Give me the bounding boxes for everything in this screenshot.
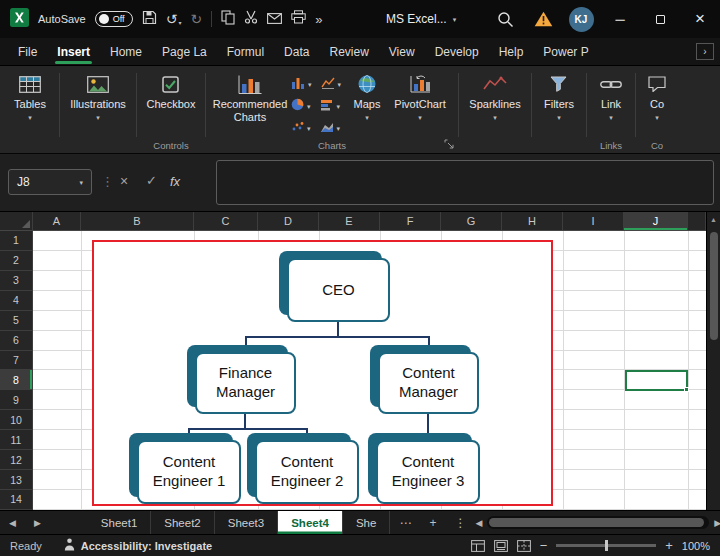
comments-button[interactable]: Co ▾ [644, 66, 670, 123]
mail-icon[interactable] [267, 10, 282, 28]
name-box[interactable]: J8 ▾ [8, 169, 92, 195]
zoom-level[interactable]: 100% [682, 540, 710, 552]
bar-chart-button[interactable]: ▾ [320, 97, 341, 115]
sheet-tab-sheet4[interactable]: Sheet4 [278, 511, 343, 534]
warning-icon[interactable] [524, 0, 562, 38]
tab-view[interactable]: View [379, 40, 425, 64]
filters-button[interactable]: Filters ▾ [540, 66, 578, 123]
illustrations-button[interactable]: Illustrations ▾ [66, 66, 130, 123]
scroll-up-icon[interactable]: ▲ [707, 212, 720, 223]
redo-button[interactable]: ↻ [190, 12, 202, 26]
sheet-tab-sheet1[interactable]: Sheet1 [88, 511, 151, 534]
sheet-more-icon[interactable]: ⋯ [390, 516, 420, 530]
page-break-view-button[interactable] [517, 540, 531, 552]
row-header-5[interactable]: 5 [0, 311, 33, 331]
column-header-c[interactable]: C [194, 212, 258, 230]
minimize-button[interactable]: ─ [600, 0, 640, 38]
tab-home[interactable]: Home [100, 40, 152, 64]
column-header-g[interactable]: G [441, 212, 502, 230]
sheet-nav-left-icon[interactable]: ◀ [0, 518, 25, 528]
formula-input[interactable] [216, 160, 714, 205]
tab-page-layout[interactable]: Page La [152, 40, 217, 64]
pie-chart-button[interactable]: ▾ [291, 97, 311, 115]
org-node-content-manager[interactable]: Content Manager [378, 352, 479, 414]
row-header-10[interactable]: 10 [0, 410, 33, 430]
vertical-scroll-thumb[interactable] [710, 232, 718, 340]
account-avatar[interactable]: KJ [562, 0, 600, 38]
fill-handle[interactable] [684, 387, 689, 392]
column-header-i[interactable]: I [563, 212, 624, 230]
recommended-charts-button[interactable]: Recommended Charts [213, 66, 287, 125]
row-header-2[interactable]: 2 [0, 251, 33, 271]
org-node-content-engineer-3[interactable]: Content Engineer 3 [376, 440, 480, 504]
row-header-13[interactable]: 13 [0, 470, 33, 490]
column-header-j[interactable]: J [624, 212, 688, 230]
undo-button[interactable]: ↺▾ [166, 12, 182, 26]
row-header-6[interactable]: 6 [0, 331, 33, 351]
line-chart-button[interactable]: ▾ [321, 75, 342, 93]
insert-function-icon[interactable]: fx [170, 174, 180, 189]
zoom-in-icon[interactable]: + [665, 539, 673, 552]
tab-help[interactable]: Help [489, 40, 534, 64]
tab-developer[interactable]: Develop [425, 40, 489, 64]
tab-file[interactable]: File [8, 40, 47, 64]
tab-overflow-button[interactable]: › [696, 43, 714, 60]
tab-review[interactable]: Review [319, 40, 378, 64]
column-header-e[interactable]: E [319, 212, 380, 230]
sparklines-button[interactable]: Sparklines ▾ [465, 66, 524, 123]
tab-formulas[interactable]: Formul [217, 40, 274, 64]
maximize-button[interactable] [640, 0, 680, 38]
column-header-h[interactable]: H [502, 212, 563, 230]
tab-insert[interactable]: Insert [47, 40, 100, 64]
column-header-a[interactable]: A [33, 212, 81, 230]
excel-logo-icon[interactable] [10, 8, 29, 31]
checkbox-button[interactable]: Checkbox [143, 66, 200, 113]
accessibility-status[interactable]: Accessibility: Investigate [64, 538, 212, 553]
formula-bar-handle[interactable]: ⋮ [101, 174, 114, 189]
close-button[interactable]: × [680, 0, 720, 38]
sheet-tab-sheet5-truncated[interactable]: She [343, 511, 390, 534]
normal-view-button[interactable] [471, 540, 485, 552]
row-header-12[interactable]: 12 [0, 450, 33, 470]
page-layout-view-button[interactable] [494, 540, 508, 552]
scroll-left-icon[interactable]: ◀ [475, 518, 482, 528]
zoom-slider[interactable] [556, 544, 656, 547]
horizontal-scroll-track[interactable] [487, 516, 709, 529]
row-header-1[interactable]: 1 [0, 231, 33, 251]
column-header-d[interactable]: D [258, 212, 319, 230]
sheet-tab-sheet2[interactable]: Sheet2 [151, 511, 214, 534]
row-header-11[interactable]: 11 [0, 430, 33, 450]
charts-dialog-launcher-icon[interactable] [444, 139, 454, 151]
tab-data[interactable]: Data [274, 40, 319, 64]
cancel-icon[interactable]: × [120, 173, 128, 189]
column-header-partial[interactable] [688, 212, 706, 230]
org-node-ceo[interactable]: CEO [287, 258, 390, 322]
column-header-f[interactable]: F [380, 212, 441, 230]
row-header-4[interactable]: 4 [0, 291, 33, 311]
row-header-8[interactable]: 8 [0, 370, 33, 390]
pivotchart-button[interactable]: PivotChart ▾ [389, 66, 451, 123]
link-button[interactable]: Link ▾ [596, 66, 626, 123]
column-header-b[interactable]: B [81, 212, 194, 230]
row-header-14[interactable]: 14 [0, 490, 33, 510]
row-header-9[interactable]: 9 [0, 390, 33, 410]
copy-icon[interactable] [221, 10, 235, 29]
org-node-finance-manager[interactable]: Finance Manager [195, 352, 296, 414]
area-chart-button[interactable]: ▾ [320, 119, 341, 137]
column-chart-button[interactable]: ▾ [291, 75, 312, 93]
org-node-content-engineer-1[interactable]: Content Engineer 1 [137, 440, 241, 504]
org-node-content-engineer-2[interactable]: Content Engineer 2 [255, 440, 359, 504]
cut-icon[interactable] [244, 10, 258, 28]
save-icon[interactable] [142, 10, 157, 29]
vertical-scrollbar[interactable]: ▲ [706, 212, 720, 510]
org-chart-object[interactable]: CEO Finance Manager Content Manager Cont… [92, 240, 553, 506]
enter-icon[interactable]: ✓ [146, 173, 157, 188]
selected-cell[interactable] [625, 370, 688, 391]
row-header-3[interactable]: 3 [0, 271, 33, 291]
horizontal-scroll-thumb[interactable] [489, 518, 704, 527]
sheet-tab-sheet3[interactable]: Sheet3 [215, 511, 278, 534]
add-sheet-icon[interactable]: + [420, 516, 445, 530]
tables-button[interactable]: Tables ▾ [10, 66, 50, 123]
row-header-7[interactable]: 7 [0, 351, 33, 371]
print-icon[interactable] [291, 10, 306, 28]
